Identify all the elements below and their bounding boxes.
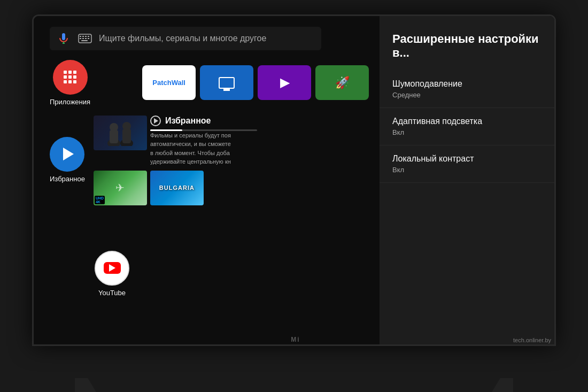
film-tile[interactable]: ▶ bbox=[258, 65, 311, 100]
svg-rect-6 bbox=[80, 38, 81, 39]
tiles-row: PatchWall ▶ 🚀 bbox=[142, 65, 369, 100]
favorites-info: Избранное Фильмы и сериалы будут пояавто… bbox=[150, 116, 257, 166]
tv-stand-left bbox=[75, 378, 107, 393]
apps-label: Приложения bbox=[50, 98, 90, 106]
apps-icon bbox=[53, 60, 88, 95]
play-small-icon bbox=[154, 118, 158, 124]
youtube-icon-circle[interactable] bbox=[95, 251, 129, 286]
rocket-icon: 🚀 bbox=[335, 76, 350, 90]
adaptive-value: Вкл bbox=[392, 128, 545, 136]
home-panel: Ищите фильмы, сериалы и многое другое bbox=[34, 16, 380, 346]
svg-rect-3 bbox=[82, 36, 84, 37]
youtube-play-triangle bbox=[109, 264, 115, 272]
bulgaria-thumbnail: BULGARIA bbox=[150, 171, 204, 205]
settings-item-adaptive[interactable]: Адаптивная подсветка Вкл bbox=[380, 108, 556, 145]
svg-rect-12 bbox=[110, 130, 118, 143]
rocket-tile[interactable]: 🚀 bbox=[315, 65, 369, 100]
svg-rect-8 bbox=[85, 38, 87, 39]
contrast-title: Локальный контраст bbox=[392, 154, 545, 164]
svg-point-13 bbox=[110, 123, 118, 132]
play-icon bbox=[63, 148, 74, 160]
noise-value: Среднее bbox=[392, 91, 545, 99]
search-placeholder: Ищите фильмы, сериалы и многое другое bbox=[99, 34, 266, 43]
youtube-icon bbox=[104, 262, 121, 274]
svg-rect-10 bbox=[81, 40, 88, 41]
svg-rect-0 bbox=[62, 33, 65, 40]
tv-screen: Ищите фильмы, сериалы и многое другое bbox=[32, 14, 556, 346]
settings-panel: Расширенные настройки в... Шумоподавлени… bbox=[380, 16, 556, 346]
svg-point-16 bbox=[122, 122, 131, 130]
settings-item-contrast[interactable]: Локальный контраст Вкл bbox=[380, 145, 556, 183]
mi-logo: Mi bbox=[291, 336, 300, 343]
film-icon: ▶ bbox=[280, 76, 289, 90]
keyboard-icon[interactable] bbox=[78, 31, 92, 46]
landscape-thumbnail: ✈ UHD4K bbox=[94, 171, 147, 205]
svg-rect-15 bbox=[122, 129, 131, 143]
watermark: tech.onliner.by bbox=[513, 337, 551, 343]
play-circle-icon bbox=[150, 116, 161, 126]
tv-stand-right bbox=[481, 378, 513, 393]
settings-item-noise[interactable]: Шумоподавление Среднее bbox=[380, 71, 556, 108]
uhd-badge: UHD4K bbox=[95, 196, 105, 204]
movie-thumbnail bbox=[94, 116, 147, 150]
favorites-icon[interactable] bbox=[50, 137, 84, 172]
bulgaria-text: BULGARIA bbox=[159, 185, 195, 191]
search-bar[interactable]: Ищите фильмы, сериалы и многое другое bbox=[50, 27, 321, 50]
svg-rect-9 bbox=[88, 38, 89, 39]
favorites-label: Избранное bbox=[50, 175, 85, 183]
contrast-value: Вкл bbox=[392, 166, 545, 174]
youtube-label: YouTube bbox=[98, 289, 126, 297]
tv-icon bbox=[219, 77, 235, 89]
adaptive-title: Адаптивная подсветка bbox=[392, 117, 545, 126]
noise-title: Шумоподавление bbox=[392, 79, 545, 89]
apps-button[interactable]: Приложения bbox=[50, 60, 90, 106]
favorites-section-title: Избранное bbox=[165, 116, 211, 126]
apps-row: Приложения PatchWall ▶ bbox=[50, 60, 369, 106]
mic-icon[interactable] bbox=[56, 31, 71, 46]
svg-rect-2 bbox=[80, 36, 81, 37]
patchwall-tile[interactable]: PatchWall bbox=[142, 65, 196, 100]
favorites-description: Фильмы и сериалы будут пояавтоматически,… bbox=[150, 131, 257, 166]
svg-rect-4 bbox=[85, 36, 87, 37]
settings-title: Расширенные настройки в... bbox=[380, 27, 556, 71]
tv-tile[interactable] bbox=[200, 65, 253, 100]
svg-rect-7 bbox=[82, 38, 84, 39]
svg-rect-5 bbox=[88, 36, 89, 37]
